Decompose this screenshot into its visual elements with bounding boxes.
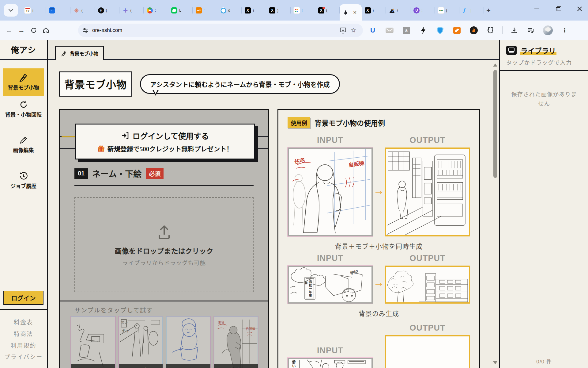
sidebar-item-rotate[interactable]: 背景・小物回転: [3, 96, 44, 123]
scroll-down-arrow[interactable]: [493, 361, 497, 364]
browser-tab[interactable]: =: [46, 4, 70, 17]
sidebar-item-label: ジョブ履歴: [4, 182, 43, 190]
back-button[interactable]: ←: [3, 24, 15, 36]
library-count: 0/0 件: [500, 354, 588, 368]
browser-tab[interactable]: (: [95, 4, 119, 17]
sidebar-footer: 料金表 特商法 利用規約 プライバシー: [0, 309, 47, 368]
sidebar-item-label: 背景・小物回転: [4, 111, 43, 119]
browser-menu-button[interactable]: ⋮: [560, 25, 570, 36]
tab-title: (: [326, 8, 327, 13]
content-scrollbar[interactable]: [492, 60, 498, 368]
url-text: ore-ashi.com: [92, 27, 338, 33]
reload-icon: [30, 27, 37, 34]
circle-blue-favicon: [220, 7, 226, 13]
flame-extension-icon[interactable]: [470, 26, 478, 34]
browser-tab[interactable]: ': [193, 4, 217, 17]
forward-button[interactable]: →: [15, 24, 28, 36]
link-privacy[interactable]: プライバシー: [2, 353, 44, 361]
tab-search-button[interactable]: [4, 4, 18, 17]
browser-tab-active[interactable]: ✕: [340, 4, 362, 21]
minimize-icon[interactable]: [534, 6, 540, 12]
form-panel-disabled: ログインして使用する 新規登録で500クレジット無料プレゼント！ 01 ネーム・…: [59, 109, 269, 368]
browser-tab[interactable]: (: [315, 4, 340, 17]
login-card-title-row: ログインして使用する: [121, 130, 209, 141]
sample-thumbnail-props[interactable]: 小物: [166, 316, 211, 368]
sidebar-item-bg-mob-props[interactable]: 背景モブ小物: [3, 68, 44, 96]
address-bar[interactable]: ore-ashi.com ☆: [78, 24, 363, 37]
link-extension-icon[interactable]: [453, 27, 461, 34]
tab-title: ': [204, 8, 204, 13]
browser-tab[interactable]: :: [410, 4, 435, 17]
a-extension-icon[interactable]: a: [403, 27, 410, 34]
library-divider: [500, 70, 588, 71]
arrow-icon: →: [373, 136, 385, 236]
install-app-button[interactable]: [338, 25, 348, 36]
history-clock-icon: [19, 171, 28, 181]
x-dot-favicon: [318, 7, 324, 13]
extensions-menu-button[interactable]: [485, 25, 496, 36]
example-3-input-image: 愛い: [288, 358, 373, 368]
tune-icon: [82, 27, 89, 33]
downloads-button[interactable]: [509, 25, 519, 36]
example-1-caption: 背景＋モブ＋小物を同時生成: [288, 241, 470, 251]
browser-tab[interactable]: d: [217, 4, 242, 17]
new-tab-button[interactable]: +: [486, 7, 491, 14]
input-label: INPUT: [288, 254, 373, 263]
site-logo[interactable]: 俺アシ: [0, 40, 47, 60]
tab-title: L: [179, 8, 181, 13]
svg-text:自販機: 自販機: [246, 327, 255, 331]
login-button[interactable]: ログイン: [3, 291, 43, 305]
browser-tab[interactable]: ): [266, 4, 291, 17]
browser-tab[interactable]: |: [459, 4, 484, 17]
media-queue-button[interactable]: [526, 25, 536, 36]
google-photos-favicon: [147, 7, 153, 13]
browser-tab[interactable]: (: [70, 4, 95, 17]
restore-icon[interactable]: [556, 6, 561, 12]
library-empty-text: 保存された画像がありません: [509, 90, 580, 109]
sample-thumbnail-all[interactable]: 住宅自販機 総合: [213, 316, 259, 368]
link-pricing[interactable]: 料金表: [2, 319, 44, 327]
sidebar-item-label: 背景モブ小物: [4, 84, 43, 92]
arrow-icon: →: [373, 254, 385, 304]
lightning-extension-icon[interactable]: [418, 25, 428, 36]
page-tab[interactable]: 背景モブ小物: [55, 46, 104, 60]
sidebar-item-image-edit[interactable]: 画像編集: [3, 132, 44, 159]
bookmark-button[interactable]: ☆: [348, 25, 359, 36]
browser-tab[interactable]: ): [362, 4, 386, 17]
tab-title: ): [373, 8, 374, 13]
browser-tab[interactable]: !: [291, 4, 315, 17]
browser-tab[interactable]: L: [168, 4, 193, 17]
u-extension-icon[interactable]: U: [368, 25, 378, 36]
shield-extension-icon[interactable]: [435, 25, 445, 36]
browser-tab[interactable]: /: [386, 4, 410, 17]
browser-tab[interactable]: ;: [144, 4, 168, 17]
browser-tab[interactable]: ): [242, 4, 266, 17]
close-icon[interactable]: [577, 6, 582, 12]
browser-tab[interactable]: (: [435, 4, 459, 17]
scrollbar-thumb[interactable]: [493, 70, 497, 178]
tab-strip: i=(((;L'd))!(✕)/:(| +: [0, 0, 588, 21]
tab-close-icon[interactable]: ✕: [353, 10, 357, 15]
image-dropzone[interactable]: 画像をドロップまたはクリック ライブラリからドラッグも可能: [74, 197, 254, 292]
login-required-card[interactable]: ログインして使用する 新規登録で500クレジット無料プレゼント！: [75, 124, 255, 159]
examples-header: 使用例 背景モブ小物の使用例: [288, 117, 470, 128]
profile-avatar[interactable]: [543, 25, 553, 36]
sample-thumbnail-bg[interactable]: 背景: [70, 316, 116, 368]
reload-button[interactable]: [28, 24, 40, 36]
link-terms[interactable]: 利用規約: [2, 342, 44, 350]
browser-tab[interactable]: i: [21, 4, 46, 17]
scroll-up-arrow[interactable]: [493, 63, 497, 67]
output-label: OUTPUT: [385, 254, 470, 263]
required-badge: 必須: [146, 168, 164, 179]
sidebar-item-label: 画像編集: [4, 147, 43, 155]
mail-extension-icon[interactable]: [384, 25, 395, 36]
home-button[interactable]: [40, 24, 52, 36]
link-commercial-law[interactable]: 特商法: [2, 330, 44, 338]
x-favicon: [365, 7, 371, 13]
browser-tab[interactable]: (: [119, 4, 144, 17]
sidebar-divider: [6, 127, 41, 127]
sidebar: 俺アシ 背景モブ小物 背景・小物回転 画像編集 ジョブ履: [0, 40, 48, 368]
moneyforward-favicon: [196, 7, 202, 13]
sidebar-item-job-history[interactable]: ジョブ履歴: [3, 167, 44, 194]
sample-thumbnail-mob[interactable]: え!?笑い モブ: [118, 316, 164, 368]
